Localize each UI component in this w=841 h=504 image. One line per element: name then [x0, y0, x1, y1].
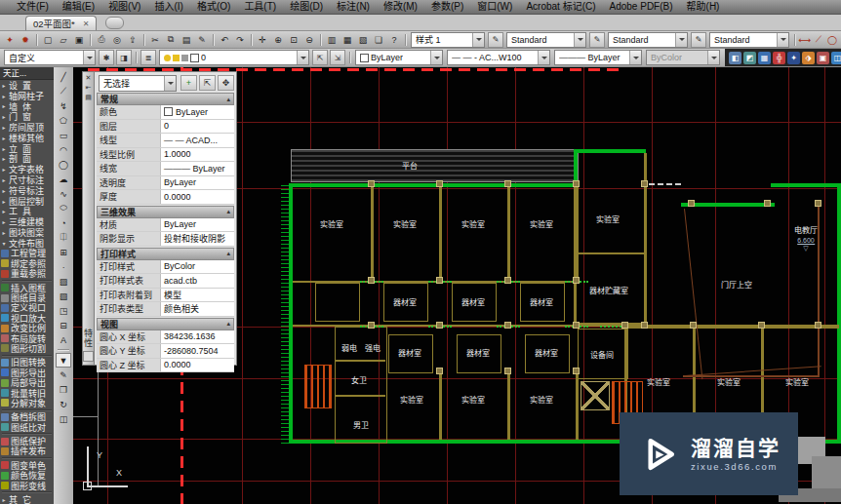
palette-section-header[interactable]: 常规▴ — [97, 93, 234, 105]
aligned-dimension-icon[interactable]: ⟋ — [812, 33, 825, 47]
menu-item-12[interactable]: Acrobat 标记(C) — [519, 0, 602, 14]
workspace-combo[interactable]: 自定义 — [4, 50, 96, 65]
property-value[interactable]: 0.0000 — [161, 359, 234, 372]
radius-dimension-icon[interactable]: ◯ — [825, 33, 839, 47]
sidebar-command-15[interactable]: 分解对象 — [0, 398, 54, 407]
menu-item-7[interactable]: 绘图(D) — [283, 0, 330, 14]
sidebar-command-10[interactable]: 图形切割 — [0, 343, 54, 353]
cut-icon[interactable]: ✂ — [147, 33, 163, 47]
chevron-down-icon[interactable] — [574, 33, 585, 47]
edit-polyline-icon[interactable]: ✎ — [56, 368, 71, 382]
polygon-icon[interactable]: ⬠ — [56, 113, 71, 128]
menu-item-5[interactable]: 格式(O) — [190, 0, 237, 14]
sidebar-command-19[interactable]: 插件发布 — [0, 446, 54, 456]
sidebar-command-3[interactable]: 重载参照 — [0, 269, 54, 279]
menu-item-4[interactable]: 插入(I) — [147, 0, 189, 14]
point-icon[interactable]: ∙ — [56, 259, 71, 274]
make-block-icon[interactable]: ⊞ — [56, 245, 71, 259]
plot-preview-icon[interactable]: ◎ — [109, 33, 125, 47]
layer-combo[interactable]: 0 — [159, 50, 309, 65]
match-properties-icon[interactable]: ✎ — [194, 33, 210, 47]
property-value[interactable]: ByLayer — [161, 105, 234, 119]
mleader-standard-combo[interactable]: Standard — [709, 32, 789, 48]
select-objects-icon[interactable]: ⇱ — [199, 75, 216, 91]
help-icon[interactable]: ? — [386, 33, 402, 47]
tool-palettes-icon[interactable]: ▧ — [355, 33, 371, 47]
chevron-down-icon[interactable] — [777, 33, 788, 47]
gradient-icon[interactable]: ▧ — [56, 289, 71, 303]
linear-dimension-icon[interactable]: ⟷ — [798, 33, 812, 47]
paste-icon[interactable]: ▤ — [179, 33, 194, 47]
palette-title-bar[interactable]: ✕ ⇤ ▤ 特性 — [82, 71, 95, 366]
tz-icon-4[interactable]: ╬ — [773, 52, 785, 64]
menu-item-3[interactable]: 视图(V) — [101, 0, 147, 14]
tab-close-icon[interactable]: ✕ — [83, 19, 90, 28]
property-value[interactable]: acad.ctb — [161, 274, 234, 288]
zoom-window-icon[interactable]: ⊡ — [286, 33, 301, 47]
line-icon[interactable]: ╱ — [56, 69, 71, 84]
lineweight-combo[interactable]: ——— ByLayer — [554, 50, 642, 65]
table-standard-combo[interactable]: Standard — [608, 32, 688, 48]
tz-icon-7[interactable]: ▣ — [817, 52, 829, 64]
property-value[interactable]: 投射和接收阴影 — [161, 232, 234, 246]
multiline-text-icon[interactable]: A — [56, 332, 71, 347]
palette-section-header[interactable]: 视图▴ — [97, 318, 234, 330]
tab-overflow-button[interactable] — [105, 17, 124, 29]
collapse-icon[interactable]: ▴ — [226, 320, 230, 328]
property-value[interactable]: 0 — [161, 120, 234, 134]
chevron-down-icon[interactable] — [430, 51, 442, 64]
chevron-down-icon[interactable] — [164, 76, 176, 91]
chevron-down-icon[interactable] — [538, 51, 549, 64]
property-value[interactable]: ByLayer — [161, 176, 234, 190]
table-style-dialog-icon[interactable]: ✎ — [691, 32, 706, 48]
menu-item-11[interactable]: 窗口(W) — [470, 0, 519, 14]
menu-item-6[interactable]: 工具(T) — [237, 0, 283, 14]
collapse-icon[interactable]: ▴ — [226, 250, 230, 257]
palette-section-header[interactable]: 打印样式▴ — [97, 248, 234, 260]
linetype-combo[interactable]: — — - AC...W100 — [447, 50, 550, 65]
menu-item-1[interactable]: 文件(F) — [10, 0, 56, 14]
layers-manager-icon[interactable]: ≣ — [140, 50, 156, 65]
chevron-down-icon[interactable] — [629, 51, 641, 64]
dim-standard-combo[interactable]: Standard — [506, 32, 586, 48]
property-value[interactable]: 1.0000 — [161, 148, 234, 162]
pan-icon[interactable]: ✛ — [255, 33, 270, 47]
chevron-down-icon[interactable] — [297, 51, 308, 64]
tz-screen-menu-icon[interactable]: ✦ — [2, 33, 18, 47]
palette-autohide-icon[interactable]: ⇤ — [83, 83, 94, 93]
chevron-down-icon[interactable] — [83, 51, 95, 64]
tz-icon-8[interactable]: ◫ — [831, 52, 841, 64]
quick-filter-icon[interactable]: ▼ — [56, 353, 71, 368]
chevron-down-icon[interactable] — [707, 51, 719, 64]
menu-item-10[interactable]: 参数(P) — [424, 0, 470, 14]
workspace-settings-icon[interactable]: ✱ — [99, 50, 114, 65]
save-icon[interactable]: ▣ — [71, 33, 87, 47]
circle-icon[interactable]: ◯ — [56, 157, 71, 172]
design-center-icon[interactable]: ▦ — [340, 33, 355, 47]
rotate-icon[interactable]: ↻ — [56, 397, 71, 411]
publish-icon[interactable]: ⇪ — [125, 33, 140, 47]
save-workspace-icon[interactable]: ◨ — [116, 50, 132, 65]
ellipse-arc-icon[interactable]: ◔ — [56, 215, 71, 230]
tz-icon-6[interactable]: ⬗ — [802, 52, 815, 64]
tz-icon-3[interactable]: ▦ — [758, 52, 771, 64]
plotstyle-combo[interactable]: ByColor — [646, 50, 720, 65]
palette-close-icon[interactable]: ✕ — [83, 73, 94, 83]
tz-command-bar-icon[interactable]: ✹ — [18, 33, 33, 47]
property-value[interactable]: ByLayer — [161, 218, 234, 232]
copy-object-icon[interactable]: ❐ — [56, 382, 71, 397]
make-object-layer-current-icon[interactable]: ⇱ — [312, 50, 328, 65]
property-value[interactable]: 384236.1636 — [161, 330, 234, 344]
construction-line-icon[interactable]: ⟋ — [56, 84, 71, 98]
rectangle-icon[interactable]: ▭ — [56, 128, 71, 142]
dim-style-dialog-icon[interactable]: ✎ — [589, 32, 605, 48]
menu-item-8[interactable]: 标注(N) — [330, 0, 377, 14]
drawing-tab[interactable]: 02平面图* ✕ — [25, 16, 97, 30]
chevron-down-icon[interactable] — [472, 33, 484, 47]
menu-item-13[interactable]: Adobe PDF(B) — [603, 0, 680, 14]
menu-item-14[interactable]: 帮助(H) — [680, 0, 727, 14]
region-icon[interactable]: ◳ — [56, 303, 71, 318]
layer-previous-icon[interactable]: ⇲ — [330, 50, 345, 65]
open-icon[interactable]: ▱ — [56, 33, 71, 47]
plot-icon[interactable]: ⎙ — [94, 33, 109, 47]
